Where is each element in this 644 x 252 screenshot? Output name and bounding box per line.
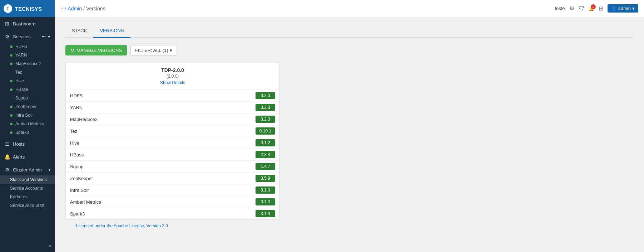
service-version-badge: 3.2.3 xyxy=(256,92,275,99)
filter-button[interactable]: FILTER: ALL (1) ▾ xyxy=(130,45,177,55)
shield-icon[interactable]: 🛡 xyxy=(579,5,584,12)
service-version-badge: 0.10.1 xyxy=(256,127,275,135)
breadcrumb-admin[interactable]: Admin xyxy=(68,6,82,11)
service-status-dot xyxy=(10,123,13,125)
user-menu-chevron: ▾ xyxy=(632,6,635,11)
services-icon: ⚙ xyxy=(4,34,10,39)
user-menu[interactable]: 👤 admin ▾ xyxy=(608,4,638,13)
license-link[interactable]: Licensed under the Apache License, Versi… xyxy=(76,223,169,228)
sidebar-sub-item-label: YARN xyxy=(15,53,27,58)
service-rows: HDFS3.2.3YARN3.2.3MapReduce23.2.3Tez0.10… xyxy=(66,90,279,219)
hosts-icon: ☰ xyxy=(4,141,10,147)
sidebar-sub-item-label: Ambari Metrics xyxy=(15,121,44,126)
sidebar-section-services: ⚙ Services ••• ▾ HDFSYARNMapReduce2TezHi… xyxy=(0,30,55,137)
show-details-link[interactable]: Show Details xyxy=(160,80,185,85)
sidebar-item-tez[interactable]: Tez xyxy=(0,68,55,77)
home-icon[interactable]: ⌂ xyxy=(60,6,63,11)
sidebar-item-alerts[interactable]: 🔔 Alerts xyxy=(0,151,55,163)
sidebar-item-hive[interactable]: Hive xyxy=(0,77,55,85)
sidebar-item-services[interactable]: ⚙ Services ••• ▾ xyxy=(0,31,55,42)
sidebar-item-sqoop[interactable]: Sqoop xyxy=(0,94,55,102)
service-version-badge: 3.1.2 xyxy=(256,139,275,146)
service-status-dot xyxy=(10,106,13,108)
content-area: STACK VERSIONS ↻ MANAGE VERSIONS FILTER:… xyxy=(55,17,644,252)
service-row-name: Sqoop xyxy=(70,164,256,169)
cluster-admin-sub-label: Kerberos xyxy=(10,194,28,199)
service-row-name: MapReduce2 xyxy=(70,117,256,122)
sidebar-section-hosts: ☰ Hosts xyxy=(0,137,55,150)
tabs-container: STACK VERSIONS xyxy=(65,24,633,38)
services-expand-icon: ▾ xyxy=(48,34,50,39)
table-row: Ambari Metrics0.1.0 xyxy=(66,196,279,208)
settings-icon[interactable]: ⚙ xyxy=(569,5,574,12)
breadcrumb-sep-2: / xyxy=(83,6,85,11)
service-version-badge: 1.4.7 xyxy=(256,163,275,170)
sidebar-cluster-admin-label: Cluster Admin xyxy=(13,167,42,173)
grid-icon[interactable]: ⊞ xyxy=(599,5,603,12)
sidebar-item-ambari-metrics[interactable]: Ambari Metrics xyxy=(0,120,55,128)
alerts-icon: 🔔 xyxy=(4,154,10,160)
sidebar-sub-item-label: Sqoop xyxy=(15,96,28,101)
table-row: Tez0.10.1 xyxy=(66,125,279,137)
table-row: MapReduce23.2.3 xyxy=(66,113,279,125)
notification-badge: 1 xyxy=(591,4,596,9)
sidebar-item-hdfs[interactable]: HDFS xyxy=(0,42,55,51)
sidebar-cluster-admin-sub-kerberos[interactable]: Kerberos xyxy=(0,193,55,201)
tab-versions[interactable]: VERSIONS xyxy=(93,24,130,38)
service-status-dot xyxy=(10,63,13,65)
topbar: ⌂ / Admin / Versions teste ⚙ 🛡 🔔 1 ⊞ 👤 a… xyxy=(55,0,644,17)
sidebar-sub-item-label: HBase xyxy=(15,87,28,92)
sidebar-sub-item-label: Tez xyxy=(15,70,22,75)
services-more-icon: ••• xyxy=(41,34,46,39)
sidebar-item-cluster-admin[interactable]: ⚙ Cluster Admin ▾ xyxy=(0,164,55,175)
table-row: Spark33.1.3 xyxy=(66,208,279,219)
user-menu-label: admin xyxy=(618,6,631,11)
service-row-name: ZooKeeper xyxy=(70,176,256,181)
table-row: HDFS3.2.3 xyxy=(66,90,279,102)
cluster-admin-sub-list: Stack and VersionsService AccountsKerber… xyxy=(0,175,55,210)
dashboard-icon: ⊞ xyxy=(4,21,10,26)
service-row-name: YARN xyxy=(70,105,256,110)
service-status-dot xyxy=(10,80,13,82)
service-version-badge: 3.5.9 xyxy=(256,175,275,182)
sidebar-sub-item-label: Infra Solr xyxy=(15,113,33,118)
cluster-admin-icon: ⚙ xyxy=(4,167,10,173)
sidebar-sub-item-label: Spark3 xyxy=(15,130,29,135)
table-row: HBase2.3.4 xyxy=(66,149,279,161)
service-row-name: Spark3 xyxy=(70,211,256,217)
sidebar-sub-item-label: ZooKeeper xyxy=(15,104,36,109)
service-version-badge: 0.1.0 xyxy=(256,186,275,194)
sidebar-alerts-label: Alerts xyxy=(13,154,25,160)
table-row: YARN3.2.3 xyxy=(66,102,279,113)
sidebar-services-label: Services xyxy=(13,34,31,39)
service-version-badge: 0.1.0 xyxy=(256,198,275,205)
sidebar-item-zookeeper[interactable]: ZooKeeper xyxy=(0,102,55,111)
sidebar-section-cluster-admin: ⚙ Cluster Admin ▾ Stack and VersionsServ… xyxy=(0,163,55,210)
notification-bell[interactable]: 🔔 1 xyxy=(589,6,594,11)
version-header: TDP-2.0.0 (2.0.0) Show Details xyxy=(66,63,279,90)
table-row: Hive3.1.2 xyxy=(66,137,279,149)
sidebar-item-infra-solr[interactable]: Infra Solr xyxy=(0,111,55,120)
service-version-badge: 3.2.3 xyxy=(256,104,275,111)
main-panel: ⌂ / Admin / Versions teste ⚙ 🛡 🔔 1 ⊞ 👤 a… xyxy=(55,0,644,252)
sidebar-cluster-admin-sub-stack-and-versions[interactable]: Stack and Versions xyxy=(0,175,55,184)
app-name: TECNISYS xyxy=(15,6,42,12)
sidebar-cluster-admin-sub-service-accounts[interactable]: Service Accounts xyxy=(0,184,55,193)
table-row: ZooKeeper3.5.9 xyxy=(66,173,279,184)
sidebar-item-dashboard[interactable]: ⊞ Dashboard xyxy=(0,18,55,29)
sidebar-item-hbase[interactable]: HBase xyxy=(0,85,55,94)
sidebar-item-spark3[interactable]: Spark3 xyxy=(0,128,55,137)
sidebar-collapse-btn[interactable]: « xyxy=(48,243,51,248)
service-row-name: Ambari Metrics xyxy=(70,199,256,205)
breadcrumb-sep-1: / xyxy=(65,6,66,11)
sidebar-section-dashboard: ⊞ Dashboard xyxy=(0,17,55,30)
breadcrumb-versions: Versions xyxy=(86,6,105,11)
tab-stack[interactable]: STACK xyxy=(65,24,93,38)
cluster-admin-sub-label: Stack and Versions xyxy=(10,177,47,182)
sidebar-cluster-admin-sub-service-auto-start[interactable]: Service Auto Start xyxy=(0,201,55,210)
sidebar-item-mapreduce2[interactable]: MapReduce2 xyxy=(0,59,55,68)
sidebar-item-hosts[interactable]: ☰ Hosts xyxy=(0,138,55,150)
sidebar-logo[interactable]: T TECNISYS xyxy=(0,0,55,17)
sidebar-item-yarn[interactable]: YARN xyxy=(0,51,55,59)
manage-versions-button[interactable]: ↻ MANAGE VERSIONS xyxy=(65,45,127,55)
